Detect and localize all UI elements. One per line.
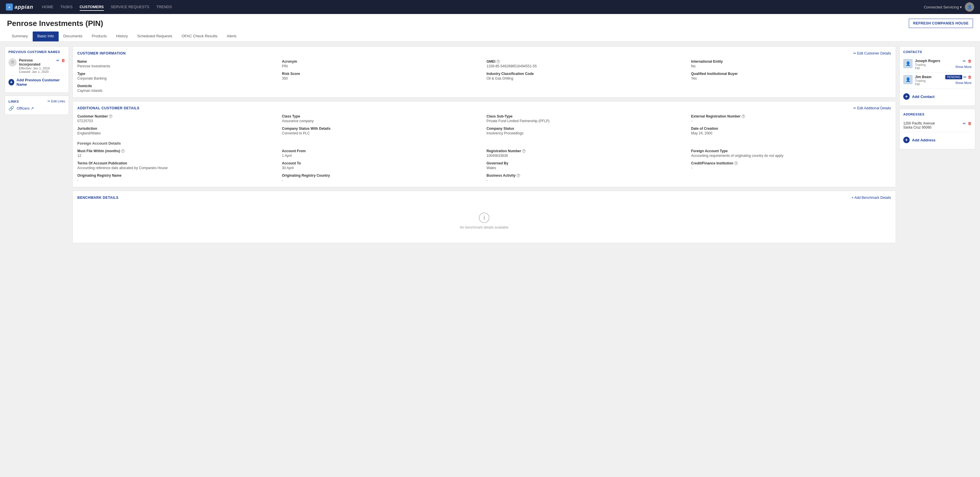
address-actions-0: ✏ 🗑 [963,121,972,126]
app-name[interactable]: Connected Servicing ▾ [924,5,962,10]
nav-tasks[interactable]: TASKS [60,3,73,11]
page-title-row: Penrose Investments (PIN) REFRESH COMPAN… [7,19,973,28]
addresses-section: ADDRESSES 1200 Pacific Avenue Santa Cruz… [899,109,975,149]
show-more-contact-0[interactable]: Show More [955,65,972,68]
business-activity-help-icon[interactable]: ? [517,174,520,177]
edit-prev-name-button[interactable]: ✏ [56,58,59,63]
field-orig-registry-country-label: Originating Registry Country [282,173,482,177]
left-sidebar: PREVIOUS CUSTOMER NAMES ⏱ Penrose Incorp… [5,46,69,477]
reg-number-help-icon[interactable]: ? [522,149,526,153]
field-company-status-details-label: Company Status With Details [282,127,482,131]
ext-reg-help-icon[interactable]: ? [741,114,745,118]
additional-details-card: ADDITIONAL CUSTOMER DETAILS ✏ Edit Addit… [72,101,896,187]
page-title: Penrose Investments (PIN) [7,19,103,28]
tab-scheduled-requests[interactable]: Scheduled Requests [132,32,177,41]
prev-names-section: PREVIOUS CUSTOMER NAMES ⏱ Penrose Incorp… [5,46,69,93]
field-account-from-value: 1 April [282,154,482,158]
tab-basic-info[interactable]: Basic Info [33,32,59,41]
benchmark-title: BENCHMARK DETAILS [77,196,118,200]
field-qib-label: Qualified Institutional Buyer [691,72,891,76]
delete-prev-name-button[interactable]: 🗑 [61,58,65,63]
gmei-help-icon[interactable]: ? [496,60,500,63]
field-account-from-label: Account From [282,149,482,153]
officers-link[interactable]: 🔗 Officers ↗ [8,106,65,111]
field-jurisdiction: Jurisdiction England/Wales [77,127,277,135]
add-address-label: Add Address [912,138,935,142]
add-prev-name-label: Add Previous Customer Name [17,78,65,87]
tab-products[interactable]: Products [87,32,111,41]
field-business-activity-value: - [487,178,686,182]
field-class-type: Class Type Assurance company [282,114,482,123]
field-customer-number: Customer Number ? 07225703 [77,114,277,123]
field-industry-label: Industry Classification Code [487,72,686,76]
contact-type-1: PM [915,82,943,86]
edit-contact-1-button[interactable]: ✏ [963,75,967,79]
contact-role-0: Trading [915,63,953,67]
customer-info-grid: Name Penrose Investments Acronym PIN GME… [77,59,891,93]
tab-alerts[interactable]: Alerts [222,32,241,41]
delete-contact-0-button[interactable]: 🗑 [968,59,972,63]
delete-address-0-button[interactable]: 🗑 [968,121,972,126]
edit-links-button[interactable]: ✏ Edit Links [48,100,65,103]
prev-name-effective: Effective: Jan 1, 2016 [19,67,54,70]
field-governed-by-value: Wales [487,166,686,170]
field-domicile: Domicile Cayman Islands [77,84,277,93]
must-file-help-icon[interactable]: ? [121,149,125,153]
show-more-contact-1[interactable]: Show More [955,81,972,84]
add-contact-circle-icon: + [903,93,910,100]
edit-additional-details-button[interactable]: ✏ Edit Additional Details [853,106,891,110]
nav-home[interactable]: HOME [42,3,53,11]
app-logo[interactable]: a appian [6,3,33,11]
tab-ofac[interactable]: OFAC Check Results [177,32,222,41]
address-line2-0: Santa Cruz 95060 [903,125,935,130]
field-account-to: Account To 30 April [282,161,482,170]
field-reg-number-value: 10045633636 [487,154,686,158]
field-industry-value: Oil & Gas Drilling [487,76,686,81]
edit-customer-details-button[interactable]: ✏ Edit Customer Details [853,51,891,55]
field-intl-entity-value: No [691,64,891,68]
links-section: LINKS ✏ Edit Links 🔗 Officers ↗ [5,96,69,115]
nav-customers[interactable]: CUSTOMERS [80,3,104,11]
nav-trends[interactable]: TRENDS [156,3,172,11]
delete-contact-1-button[interactable]: 🗑 [968,75,972,79]
tab-documents[interactable]: Documents [59,32,87,41]
customer-info-title: CUSTOMER INFORMATION [77,51,126,55]
refresh-companies-house-button[interactable]: REFRESH COMPANIES HOUSE [909,19,973,28]
additional-details-grid: Customer Number ? 07225703 Class Type As… [77,114,891,182]
address-item-0: 1200 Pacific Avenue Santa Cruz 95060 ✏ 🗑 [903,119,972,132]
field-ext-reg-label: External Registration Number ? [691,114,891,118]
customer-number-help-icon[interactable]: ? [109,114,112,118]
field-governed-by-label: Governed By [487,161,686,165]
edit-address-0-button[interactable]: ✏ [963,121,966,126]
links-header: LINKS ✏ Edit Links [8,100,65,103]
add-benchmark-button[interactable]: + Add Benchmark Details [851,196,891,200]
add-contact-button[interactable]: + Add Contact [903,91,972,102]
field-orig-registry-value: - [77,178,277,182]
field-intl-entity-label: International Entity [691,59,891,63]
field-qib: Qualified Institutional Buyer Yes [691,72,891,81]
edit-contact-0-button[interactable]: ✏ [963,59,966,63]
contact-actions-0: ✏ 🗑 Show More [955,59,972,68]
tab-summary[interactable]: Summary [7,32,33,41]
contact-avatar-0: 👤 [903,59,913,68]
page-header: Penrose Investments (PIN) REFRESH COMPAN… [0,14,980,42]
field-jurisdiction-value: England/Wales [77,131,277,135]
field-class-subtype: Class Sub-Type Private Fund Limited Part… [487,114,686,123]
address-line1-0: 1200 Pacific Avenue [903,121,935,125]
add-address-button[interactable]: + Add Address [903,135,972,146]
foreign-account-subtitle: Foreign Account Details [77,141,891,146]
benchmark-header: BENCHMARK DETAILS + Add Benchmark Detail… [77,196,891,200]
logo-icon: a [6,3,13,11]
field-company-status-value: Insolvency Proceedings [487,131,686,135]
tab-history[interactable]: History [111,32,132,41]
nav-right: Connected Servicing ▾ 👤 [924,2,974,12]
credit-finance-help-icon[interactable]: ? [734,162,738,165]
nav-service-requests[interactable]: SERVICE REQUESTS [111,3,150,11]
add-prev-name-button[interactable]: + Add Previous Customer Name [8,76,65,89]
field-intl-entity: International Entity No [691,59,891,68]
avatar[interactable]: 👤 [965,2,974,12]
links-title: LINKS [8,100,19,103]
pending-badge-1: PENDING [945,75,962,79]
field-customer-number-label: Customer Number ? [77,114,277,118]
field-name-value: Penrose Investments [77,64,277,68]
